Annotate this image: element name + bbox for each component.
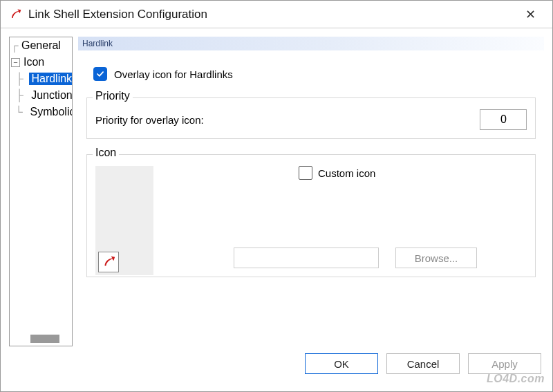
tree-item-symbolic[interactable]: └ Symbolic (10, 104, 72, 120)
priority-legend: Priority (93, 90, 133, 102)
apply-button[interactable]: Apply (468, 353, 541, 374)
titlebar: Link Shell Extension Configuration ✕ (1, 1, 552, 28)
overlay-checkbox-label: Overlay icon for Hardlinks (114, 68, 233, 80)
tree-item-icon[interactable]: − Icon (10, 54, 72, 71)
priority-group: Priority Priority for overlay icon: (86, 97, 536, 139)
icon-preview (95, 166, 153, 275)
dialog-footer: OK Cancel Apply (1, 346, 552, 381)
priority-label: Priority for overlay icon: (95, 114, 204, 126)
icon-path-input[interactable] (234, 248, 379, 268)
horizontal-scrollbar[interactable] (30, 335, 59, 343)
close-icon[interactable]: ✕ (516, 7, 544, 22)
watermark: LO4D.com (487, 373, 545, 385)
content-area: ┌ General − Icon ├ Hardlink ├ Junction └… (1, 28, 552, 346)
overlay-checkbox[interactable] (93, 67, 107, 81)
tab-hardlink[interactable]: Hardlink (82, 39, 113, 48)
tab-strip: Hardlink (78, 37, 544, 50)
browse-button[interactable]: Browse... (395, 248, 477, 268)
custom-icon-row[interactable]: Custom icon (299, 166, 375, 180)
priority-input[interactable] (480, 109, 527, 130)
tree-item-hardlink[interactable]: ├ Hardlink (10, 71, 72, 87)
overlay-sample-icon (98, 252, 119, 272)
tree-line-icon: ┌ (10, 39, 19, 52)
app-icon (8, 7, 23, 22)
custom-icon-label: Custom icon (318, 167, 375, 179)
window-title: Link Shell Extension Configuration (28, 8, 516, 21)
ok-button[interactable]: OK (305, 353, 378, 374)
tree-line-icon: └ (10, 106, 28, 118)
tree-line-icon: ├ (10, 73, 29, 85)
nav-tree[interactable]: ┌ General − Icon ├ Hardlink ├ Junction └… (9, 37, 73, 346)
settings-panel: Overlay icon for Hardlinks Priority Prio… (78, 50, 544, 301)
tree-item-junction[interactable]: ├ Junction (10, 87, 72, 104)
overlay-checkbox-row[interactable]: Overlay icon for Hardlinks (86, 67, 536, 81)
cancel-button[interactable]: Cancel (386, 353, 460, 374)
custom-icon-checkbox[interactable] (299, 166, 312, 180)
tree-collapse-icon[interactable]: − (11, 58, 20, 67)
tree-item-general[interactable]: ┌ General (10, 37, 72, 54)
icon-group: Icon Custom icon Browse... (86, 154, 536, 277)
tree-line-icon: ├ (10, 89, 29, 102)
icon-legend: Icon (93, 147, 119, 159)
main-panel: Hardlink Overlay icon for Hardlinks Prio… (78, 37, 544, 346)
